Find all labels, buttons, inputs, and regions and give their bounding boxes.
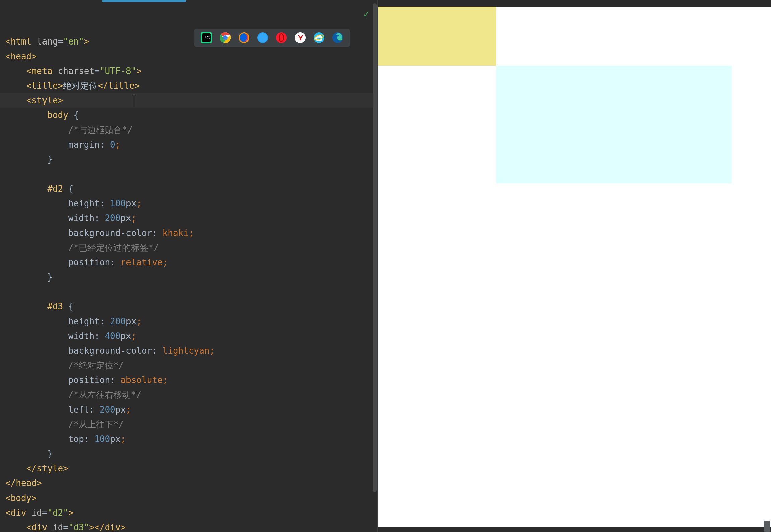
pycharm-preview-icon[interactable]: PC <box>201 32 212 43</box>
edge-icon[interactable] <box>332 32 343 43</box>
text-caret <box>134 94 134 107</box>
app-root: ✓ PC Y <box>0 0 771 532</box>
editor-scrollbar[interactable] <box>373 3 377 492</box>
browser-toolbar: PC Y <box>194 29 350 47</box>
div-d2 <box>378 7 496 66</box>
yandex-icon[interactable]: Y <box>294 32 306 43</box>
rendered-page[interactable] <box>378 7 771 527</box>
svg-point-6 <box>224 36 227 39</box>
svg-point-9 <box>258 33 267 42</box>
safari-icon[interactable] <box>257 32 268 43</box>
firefox-icon[interactable] <box>238 32 250 43</box>
svg-text:Y: Y <box>298 34 303 42</box>
div-d3 <box>496 66 732 183</box>
editor-pane[interactable]: ✓ PC Y <box>0 0 378 532</box>
browser-preview-pane <box>378 0 771 532</box>
code-area[interactable]: <html lang="en"> <head> <meta charset="U… <box>0 3 377 532</box>
browser-scrollbar[interactable] <box>764 521 770 532</box>
chrome-icon[interactable] <box>220 32 231 43</box>
ie-icon[interactable] <box>313 32 325 43</box>
svg-point-14 <box>280 34 283 41</box>
opera-icon[interactable] <box>276 32 287 43</box>
analysis-ok-icon[interactable]: ✓ <box>363 8 369 20</box>
svg-text:PC: PC <box>203 35 210 40</box>
